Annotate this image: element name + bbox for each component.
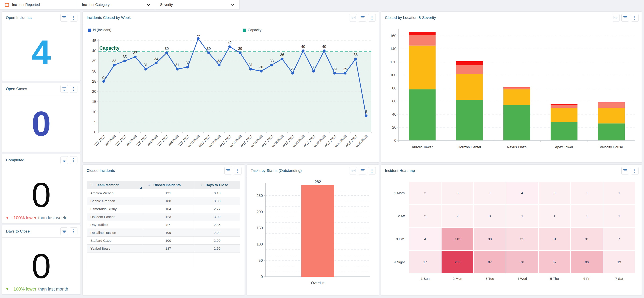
team-member-cell: Babbie Grennan xyxy=(87,197,142,205)
kpi-card-open-cases: Open Cases 0 xyxy=(2,83,81,152)
heatmap-row-label: 3 Eve xyxy=(384,228,409,250)
heatmap-cell: 3 xyxy=(539,182,570,204)
closed-incidents-cell: 87 xyxy=(142,221,194,229)
svg-text:39: 39 xyxy=(165,47,169,51)
svg-text:Horizon Center: Horizon Center xyxy=(458,145,482,149)
expand-width-button[interactable] xyxy=(612,14,620,22)
kebab-menu-button[interactable] xyxy=(70,14,78,22)
kebab-menu-icon xyxy=(237,169,238,173)
days-to-close-cell: 2.85 xyxy=(194,221,240,229)
svg-text:Overdue: Overdue xyxy=(311,281,324,285)
heatmap-cell: 4 xyxy=(506,182,538,204)
trend-percent: −100% lower xyxy=(11,215,36,220)
kebab-menu-icon xyxy=(73,229,74,234)
weekly-chart-panel: Incidents Closed by Week id (Incident) xyxy=(82,12,379,163)
severity-dropdown[interactable]: Severity xyxy=(155,0,240,10)
table-row[interactable]: Ysabel Beals 137 2.96 xyxy=(87,245,240,252)
filter-button[interactable] xyxy=(60,85,68,93)
heatmap-column-label: 1 Sun xyxy=(409,274,441,281)
incident-heatmap-panel: Incident Heatmap 1 Morn23143112 Aft22311… xyxy=(381,164,642,295)
heatmap-row-label: 1 Morn xyxy=(384,182,409,204)
kebab-menu-button[interactable] xyxy=(234,167,242,175)
svg-text:33: 33 xyxy=(270,59,274,63)
filter-button[interactable] xyxy=(359,14,366,22)
kebab-menu-icon xyxy=(634,16,636,20)
kpi-value: 0 xyxy=(32,177,51,212)
table-row[interactable]: Staffard Gapp 100 2.99 xyxy=(87,237,240,245)
svg-text:34: 34 xyxy=(154,57,158,61)
kebab-menu-button[interactable] xyxy=(368,167,376,175)
filter-icon xyxy=(62,230,66,233)
heatmap-column-label: 7 Sat xyxy=(604,274,635,281)
table-row[interactable]: Hakeem Edscer 123 3.02 xyxy=(87,213,240,221)
heatmap-cell: 7 xyxy=(604,228,635,250)
svg-text:36: 36 xyxy=(354,53,358,57)
column-header-days-to-close[interactable]: Σ Days to Close xyxy=(194,181,240,189)
kebab-menu-icon xyxy=(73,16,74,20)
chevron-down-icon xyxy=(147,4,150,6)
heatmap-cell: 87 xyxy=(474,251,506,273)
filter-button[interactable] xyxy=(60,14,68,22)
tasks-by-status-panel: Tasks by Status (Outstanding) 0501001502… xyxy=(246,164,379,295)
kebab-menu-button[interactable] xyxy=(631,167,638,175)
svg-text:39: 39 xyxy=(206,47,210,51)
kebab-menu-button[interactable] xyxy=(70,156,78,164)
table-row[interactable]: Ray Tuffield 87 2.85 xyxy=(87,221,240,229)
heatmap-cell: 1 xyxy=(506,205,538,227)
column-header-team-member[interactable]: ☰ Team Member xyxy=(87,181,142,189)
chart-legend: id (Incident) Capacity xyxy=(88,25,374,35)
table-row[interactable]: Rosaline Russon 109 2.92 xyxy=(87,229,240,237)
heatmap-cell: 86 xyxy=(571,251,602,273)
heatmap-cell: 263 xyxy=(442,251,473,273)
table-row[interactable]: Amalea Weben 121 3.18 xyxy=(87,189,240,197)
svg-text:0: 0 xyxy=(394,138,396,143)
days-to-close-cell: 2.77 xyxy=(194,205,240,213)
column-header-closed-incidents[interactable]: # Closed Incidents xyxy=(142,181,194,189)
svg-text:25: 25 xyxy=(92,79,96,83)
kebab-menu-button[interactable] xyxy=(70,85,78,93)
closed-incidents-cell: 121 xyxy=(142,189,194,197)
svg-text:29: 29 xyxy=(343,67,347,71)
svg-text:160: 160 xyxy=(390,34,396,38)
filter-button[interactable] xyxy=(622,14,629,22)
table-row[interactable]: Ezmeralda Slisby 104 2.77 xyxy=(87,205,240,213)
kebab-menu-button[interactable] xyxy=(368,14,376,22)
calendar-icon xyxy=(5,3,9,7)
filter-bar: Incident Reported Incident Category Seve… xyxy=(0,0,644,10)
date-field-filter[interactable]: Incident Reported xyxy=(0,0,77,10)
filter-button[interactable] xyxy=(359,167,366,175)
closed-incidents-panel: Closed Incidents ☰ Team Me xyxy=(82,164,245,295)
svg-text:30: 30 xyxy=(259,65,263,69)
incident-category-label: Incident Category xyxy=(82,3,110,7)
filter-icon xyxy=(226,169,230,173)
heatmap-row-label: 2 Aft xyxy=(384,205,409,227)
filter-button[interactable] xyxy=(60,227,68,235)
svg-text:200: 200 xyxy=(257,210,263,214)
svg-text:W4 2023: W4 2023 xyxy=(125,134,137,146)
closed-incidents-cell: 104 xyxy=(142,205,194,213)
closed-incidents-cell: 109 xyxy=(142,229,194,237)
team-member-cell: Ezmeralda Slisby xyxy=(87,205,142,213)
kpi-card-days-to-close: Days to Close 0 ▼ −100% lower than last … xyxy=(2,225,81,294)
heatmap-column-label: 4 Wed xyxy=(506,274,538,281)
heatmap-column-label: 6 Fri xyxy=(571,274,602,281)
incident-category-dropdown[interactable]: Incident Category xyxy=(77,0,155,10)
chevron-down-icon xyxy=(231,4,234,6)
kebab-menu-button[interactable] xyxy=(631,14,638,22)
filter-button[interactable] xyxy=(60,156,68,164)
table-row[interactable]: Babbie Grennan 100 3.03 xyxy=(87,197,240,205)
filter-button[interactable] xyxy=(622,167,629,175)
filter-button[interactable] xyxy=(224,167,232,175)
heatmap-cell: 2 xyxy=(409,182,441,204)
svg-text:0: 0 xyxy=(261,275,263,279)
kpi-trend: ▼ −100% lower than last month xyxy=(6,286,68,292)
expand-width-button[interactable] xyxy=(349,14,357,22)
svg-text:46: 46 xyxy=(196,35,200,37)
trend-percent: −100% lower xyxy=(11,286,36,292)
svg-text:282: 282 xyxy=(315,180,321,184)
expand-width-button[interactable] xyxy=(349,167,357,175)
team-member-cell: Ray Tuffield xyxy=(87,221,142,229)
kebab-menu-button[interactable] xyxy=(70,227,78,235)
trend-caption: than last month xyxy=(38,286,68,292)
heatmap-cell: 38 xyxy=(474,228,506,250)
